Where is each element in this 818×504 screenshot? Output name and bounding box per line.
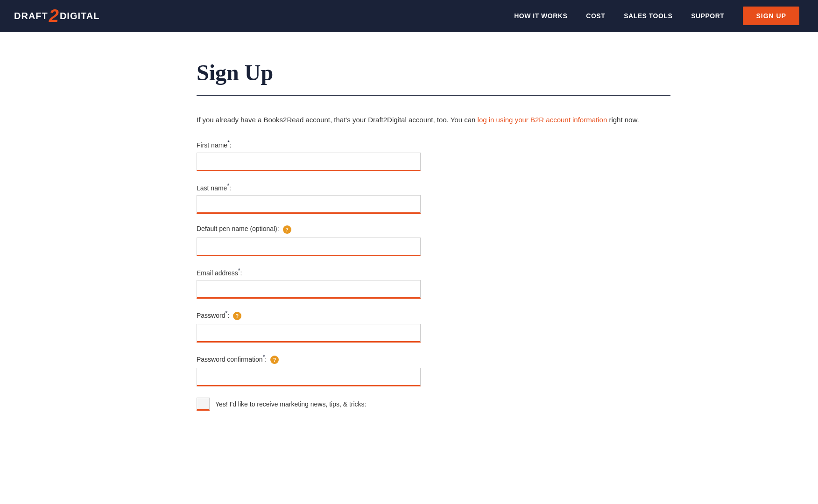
logo-text-draft: DRAFT [14,11,48,21]
last-name-group: Last name*: [197,182,421,214]
nav-how-it-works[interactable]: HOW IT WORKS [514,12,567,20]
nav-cost[interactable]: COST [586,12,605,20]
intro-text-after: right now. [607,116,639,124]
intro-paragraph: If you already have a Books2Read account… [197,114,670,126]
signup-form: First name*: Last name*: Default pen nam… [197,140,421,411]
main-nav: HOW IT WORKS COST SALES TOOLS SUPPORT SI… [514,7,799,25]
logo-number: 2 [49,7,59,25]
b2r-login-link[interactable]: log in using your B2R account informatio… [478,116,607,124]
logo-text-digital: DIGITAL [60,11,100,21]
marketing-checkbox[interactable] [197,398,210,411]
page-title: Sign Up [197,60,670,85]
title-divider [197,95,670,96]
pen-name-group: Default pen name (optional): ? [197,225,421,256]
nav-support[interactable]: SUPPORT [691,12,724,20]
password-help-icon[interactable]: ? [233,312,241,320]
nav-sales-tools[interactable]: SALES TOOLS [624,12,672,20]
last-name-label: Last name*: [197,182,421,192]
main-content: Sign Up If you already have a Books2Read… [129,32,689,439]
marketing-checkbox-group: Yes! I'd like to receive marketing news,… [197,398,421,411]
password-confirmation-input[interactable] [197,368,421,386]
password-label: Password*: ? [197,310,421,320]
pen-name-label: Default pen name (optional): ? [197,225,421,233]
signup-button[interactable]: SIGN UP [743,7,799,25]
logo[interactable]: DRAFT 2 DIGITAL [14,7,99,25]
marketing-label: Yes! I'd like to receive marketing news,… [215,398,367,409]
email-label: Email address*: [197,267,421,277]
password-confirmation-group: Password confirmation*: ? [197,354,421,386]
password-confirmation-help-icon[interactable]: ? [270,356,279,364]
pen-name-help-icon[interactable]: ? [283,225,291,234]
last-name-input[interactable] [197,195,421,214]
pen-name-input[interactable] [197,238,421,256]
password-confirmation-label: Password confirmation*: ? [197,354,421,364]
intro-text-before: If you already have a Books2Read account… [197,116,478,124]
password-input[interactable] [197,324,421,343]
site-header: DRAFT 2 DIGITAL HOW IT WORKS COST SALES … [0,0,818,32]
password-group: Password*: ? [197,310,421,343]
email-input[interactable] [197,280,421,299]
email-group: Email address*: [197,267,421,299]
first-name-group: First name*: [197,140,421,171]
first-name-label: First name*: [197,140,421,149]
first-name-input[interactable] [197,153,421,171]
